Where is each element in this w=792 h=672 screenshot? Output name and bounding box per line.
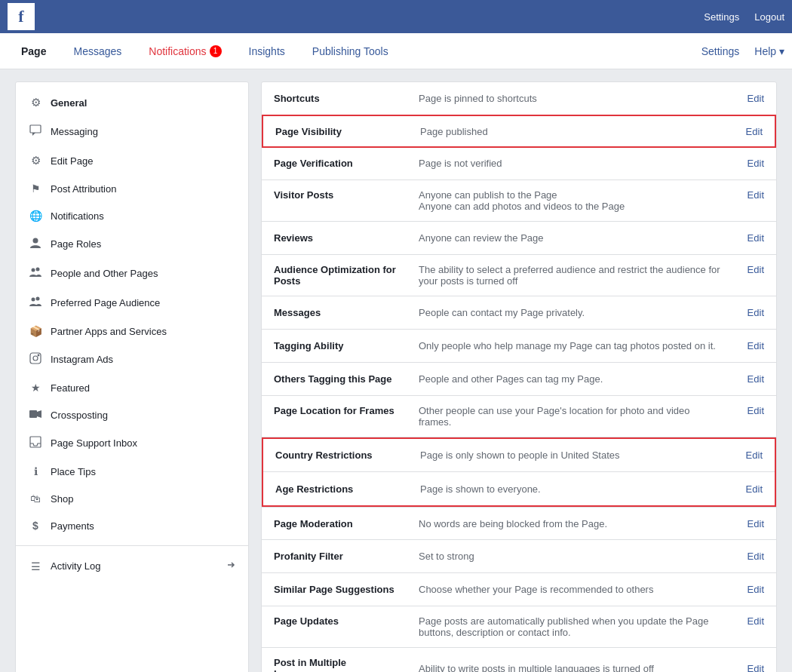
reviews-edit[interactable]: Edit: [747, 232, 764, 244]
others-tagging-label: Others Tagging this Page: [262, 364, 413, 394]
video-icon: [28, 409, 43, 421]
sidebar-label-place-tips: Place Tips: [51, 466, 96, 477]
person-icon: [28, 237, 43, 251]
sidebar-item-people-other-pages[interactable]: People and Other Pages: [16, 259, 248, 288]
profanity-filter-edit[interactable]: Edit: [747, 551, 764, 562]
settings-row-tagging-ability: Tagging Ability Only people who help man…: [262, 330, 776, 363]
page-moderation-label: Page Moderation: [262, 509, 413, 539]
settings-row-visitor-posts: Visitor Posts Anyone can publish to the …: [262, 180, 776, 222]
country-restrictions-edit[interactable]: Edit: [746, 450, 763, 461]
svg-point-5: [36, 297, 40, 301]
page-location-edit[interactable]: Edit: [747, 405, 764, 416]
others-tagging-edit[interactable]: Edit: [747, 373, 764, 385]
edit-page-icon: ⚙: [28, 154, 43, 167]
sidebar-item-partner-apps[interactable]: 📦 Partner Apps and Services: [16, 318, 248, 345]
nav-bar: Page Messages Notifications 1 Insights P…: [0, 33, 792, 69]
nav-publishing-tools[interactable]: Publishing Tools: [299, 33, 402, 69]
partner-apps-icon: 📦: [28, 325, 43, 337]
visitor-posts-edit[interactable]: Edit: [747, 189, 764, 201]
settings-row-audience-optimization: Audience Optimization for Posts The abil…: [262, 255, 776, 296]
post-multiple-languages-edit[interactable]: Edit: [747, 663, 764, 673]
logout-link[interactable]: Logout: [754, 11, 784, 23]
page-updates-edit[interactable]: Edit: [747, 615, 764, 627]
messages-edit[interactable]: Edit: [747, 307, 764, 318]
sidebar-item-featured[interactable]: ★ Featured: [16, 374, 248, 401]
sidebar-label-partner-apps: Partner Apps and Services: [51, 326, 167, 337]
facebook-logo: f: [8, 3, 35, 30]
post-multiple-languages-value: Ability to write posts in multiple langu…: [413, 654, 735, 673]
svg-point-8: [38, 354, 39, 356]
sidebar-label-general: General: [51, 97, 87, 109]
activity-log-item[interactable]: ☰ Activity Log: [16, 552, 248, 580]
shortcuts-edit[interactable]: Edit: [747, 93, 764, 104]
main-content: Shortcuts Page is pinned to shortcuts Ed…: [261, 81, 777, 672]
sidebar-item-crossposting[interactable]: Crossposting: [16, 401, 248, 428]
svg-point-2: [32, 268, 35, 272]
shortcuts-value: Page is pinned to shortcuts: [413, 84, 735, 113]
similar-page-suggestions-value: Choose whether your Page is recommended …: [413, 575, 735, 604]
highlighted-restrictions-group: Country Restrictions Page is only shown …: [262, 437, 776, 507]
flag-icon: ⚑: [28, 183, 43, 195]
nav-page[interactable]: Page: [8, 33, 60, 69]
audience-optimization-edit[interactable]: Edit: [747, 264, 764, 275]
sidebar-item-instagram-ads[interactable]: Instagram Ads: [16, 345, 248, 374]
page-visibility-edit[interactable]: Edit: [746, 126, 763, 137]
globe-icon: 🌐: [28, 210, 43, 222]
nav-help[interactable]: Help ▾: [754, 45, 784, 57]
top-settings-link[interactable]: Settings: [704, 11, 739, 23]
age-restrictions-edit[interactable]: Edit: [746, 483, 763, 495]
sidebar-item-page-support-inbox[interactable]: Page Support Inbox: [16, 428, 248, 458]
messages-label: Messages: [262, 298, 413, 327]
sidebar-item-general[interactable]: ⚙ General: [16, 88, 248, 117]
settings-row-messages: Messages People can contact my Page priv…: [262, 296, 776, 330]
sidebar-item-place-tips[interactable]: ℹ Place Tips: [16, 458, 248, 485]
sidebar: ⚙ General Messaging ⚙ Edit Page ⚑ Post A…: [15, 81, 249, 672]
messaging-icon: [28, 124, 43, 139]
nav-notifications[interactable]: Notifications 1: [135, 33, 235, 69]
age-restrictions-value: Page is shown to everyone.: [414, 474, 734, 504]
sidebar-item-shop[interactable]: 🛍 Shop: [16, 485, 248, 512]
visitor-posts-label: Visitor Posts: [262, 180, 413, 210]
activity-log-icon: ☰: [28, 560, 43, 572]
settings-row-page-visibility: Page Visibility Page published Edit: [262, 115, 776, 148]
tagging-ability-label: Tagging Ability: [262, 331, 413, 361]
page-location-value: Other people can use your Page's locatio…: [413, 396, 735, 437]
settings-row-similar-page-suggestions: Similar Page Suggestions Choose whether …: [262, 573, 776, 606]
sidebar-label-featured: Featured: [51, 382, 90, 394]
svg-point-4: [32, 298, 35, 302]
sidebar-label-people-other-pages: People and Other Pages: [51, 268, 158, 279]
similar-page-suggestions-edit[interactable]: Edit: [747, 584, 764, 595]
sidebar-item-payments[interactable]: $ Payments: [16, 512, 248, 539]
sidebar-item-page-roles[interactable]: Page Roles: [16, 229, 248, 259]
sidebar-label-crossposting: Crossposting: [51, 410, 108, 421]
sidebar-item-notifications[interactable]: 🌐 Notifications: [16, 202, 248, 229]
settings-row-post-multiple-languages: Post in Multiple Languages Ability to wr…: [262, 648, 776, 672]
sidebar-label-payments: Payments: [51, 520, 94, 532]
tagging-ability-value: Only people who help manage my Page can …: [413, 331, 735, 361]
page-moderation-edit[interactable]: Edit: [747, 518, 764, 529]
page-verification-value: Page is not verified: [413, 149, 735, 178]
settings-row-age-restrictions: Age Restrictions Page is shown to everyo…: [263, 472, 775, 505]
preferred-audience-icon: [28, 296, 43, 310]
star-icon: ★: [28, 382, 43, 394]
instagram-icon: [28, 352, 43, 367]
nav-settings[interactable]: Settings: [701, 45, 740, 57]
page-updates-value: Page posts are automatically published w…: [413, 606, 735, 647]
nav-insights[interactable]: Insights: [235, 33, 299, 69]
country-restrictions-value: Page is only shown to people in United S…: [414, 440, 734, 470]
sidebar-item-preferred-page-audience[interactable]: Preferred Page Audience: [16, 288, 248, 318]
page-verification-edit[interactable]: Edit: [747, 158, 764, 169]
sidebar-item-post-attribution[interactable]: ⚑ Post Attribution: [16, 175, 248, 202]
svg-point-3: [36, 268, 40, 272]
sidebar-item-messaging[interactable]: Messaging: [16, 117, 248, 146]
settings-row-profanity-filter: Profanity Filter Set to strong Edit: [262, 540, 776, 573]
svg-point-7: [33, 356, 38, 361]
sidebar-label-messaging: Messaging: [51, 126, 98, 137]
activity-log-arrow: [226, 560, 236, 572]
page-updates-label: Page Updates: [262, 606, 413, 636]
nav-messages[interactable]: Messages: [60, 33, 135, 69]
tagging-ability-edit[interactable]: Edit: [747, 340, 764, 351]
info-icon: ℹ: [28, 465, 43, 477]
settings-row-page-verification: Page Verification Page is not verified E…: [262, 147, 776, 180]
sidebar-item-edit-page[interactable]: ⚙ Edit Page: [16, 146, 248, 175]
